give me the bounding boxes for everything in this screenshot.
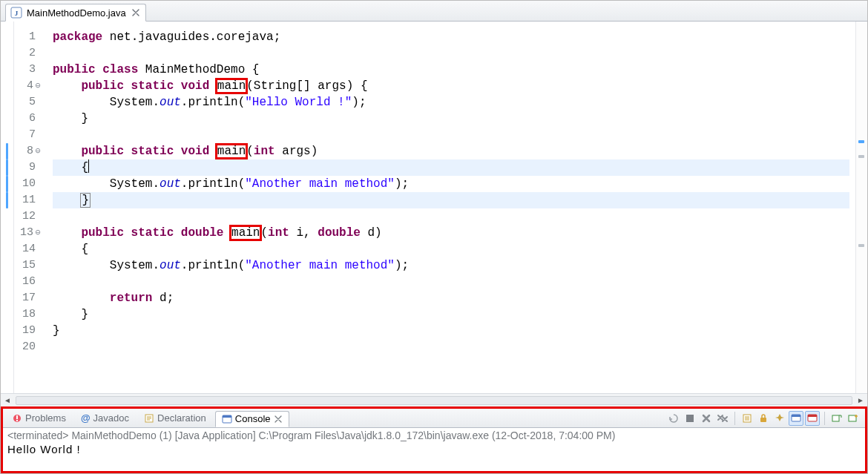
change-marker [6, 192, 8, 208]
highlight-main: main [217, 79, 246, 93]
remove-all-button[interactable] [715, 411, 730, 426]
new-console-button[interactable] [846, 411, 861, 426]
editor-tab-row: J MainMethodDemo.java [1, 1, 867, 22]
svg-rect-4 [16, 420, 18, 421]
highlight-main: main [231, 226, 260, 240]
editor-main: 1 2 3 4⊖ 5 6 7 8⊖ 9 10 11 12 13⊖ 14 15 1… [1, 22, 867, 393]
lower-pane: Problems @ Javadoc Declaration Console [1, 406, 867, 473]
svg-rect-10 [760, 418, 766, 422]
javadoc-icon: @ [81, 412, 91, 424]
overview-marker [858, 244, 864, 247]
change-marker [6, 143, 8, 159]
gutter-markers [1, 22, 14, 393]
close-view-icon[interactable] [274, 415, 283, 424]
console-body[interactable]: <terminated> MainMethodDemo (1) [Java Ap… [3, 428, 865, 471]
close-tab-icon[interactable] [131, 7, 141, 18]
console-run-header: <terminated> MainMethodDemo (1) [Java Ap… [7, 429, 861, 441]
svg-rect-7 [223, 415, 231, 418]
toolbar-separator [824, 412, 825, 425]
display-console-button[interactable] [789, 411, 803, 426]
change-marker [6, 176, 8, 192]
svg-rect-15 [832, 415, 839, 421]
pin-icon [775, 413, 785, 424]
remove-x-icon [701, 413, 711, 424]
terminate-button[interactable] [683, 411, 697, 426]
clear-console-button[interactable] [740, 411, 754, 426]
open-console-button[interactable] [829, 411, 844, 426]
fold-toggle[interactable]: ⊖ [33, 225, 42, 241]
console-display-icon [791, 413, 801, 424]
highlight-main: main [217, 145, 246, 158]
console-open-icon [832, 413, 842, 424]
tab-javadoc[interactable]: @ Javadoc [75, 410, 135, 427]
tab-label: Console [235, 413, 271, 424]
console-icon [222, 414, 232, 424]
relaunch-icon [668, 413, 679, 424]
scroll-left-icon[interactable]: ◄ [1, 394, 14, 407]
svg-rect-12 [792, 415, 800, 417]
svg-rect-3 [16, 415, 18, 419]
console-toolbar [666, 411, 865, 426]
svg-text:J: J [15, 10, 19, 17]
tab-declaration[interactable]: Declaration [138, 410, 212, 427]
overview-ruler[interactable] [855, 22, 867, 393]
fold-toggle[interactable]: ⊖ [33, 143, 42, 159]
java-file-icon: J [10, 7, 22, 19]
svg-rect-8 [686, 415, 694, 422]
tab-label: Javadoc [93, 412, 129, 424]
pin-console-button[interactable] [772, 411, 787, 426]
lock-icon [758, 413, 769, 424]
tab-console[interactable]: Console [215, 411, 289, 427]
lower-view-tabs: Problems @ Javadoc Declaration Console [3, 409, 865, 428]
show-on-output-button[interactable] [805, 411, 820, 426]
horizontal-scrollbar[interactable]: ◄ ► [1, 393, 867, 406]
console-plus-icon [848, 413, 858, 424]
scroll-lock-button[interactable] [756, 411, 771, 426]
caret [88, 159, 89, 173]
editor-tab-label: MainMethodDemo.java [27, 7, 126, 19]
line-number-gutter: 1 2 3 4⊖ 5 6 7 8⊖ 9 10 11 12 13⊖ 14 15 1… [14, 22, 47, 393]
code-editor[interactable]: package net.javaguides.corejava; public … [47, 22, 855, 393]
problems-icon [12, 413, 22, 424]
tab-label: Declaration [157, 412, 206, 424]
declaration-icon [144, 413, 154, 424]
fold-toggle[interactable]: ⊖ [33, 78, 42, 94]
tool:sep [734, 412, 735, 425]
remove-all-icon [717, 413, 729, 424]
tab-label: Problems [25, 412, 66, 424]
scroll-right-icon[interactable]: ► [854, 394, 867, 407]
svg-rect-14 [808, 415, 817, 417]
clear-icon [742, 413, 752, 424]
scrollbar-track[interactable] [16, 396, 852, 405]
change-marker [6, 159, 8, 176]
tab-problems[interactable]: Problems [6, 410, 72, 427]
console-err-icon [807, 413, 818, 424]
editor-zone: 1 2 3 4⊖ 5 6 7 8⊖ 9 10 11 12 13⊖ 14 15 1… [1, 22, 867, 406]
overview-marker [858, 155, 864, 158]
console-output: Hello World ! [7, 443, 861, 455]
remove-launch-button[interactable] [699, 411, 714, 426]
stop-icon [685, 414, 694, 423]
editor-tab[interactable]: J MainMethodDemo.java [5, 4, 146, 22]
relaunch-button[interactable] [666, 411, 681, 426]
overview-marker [858, 140, 864, 143]
